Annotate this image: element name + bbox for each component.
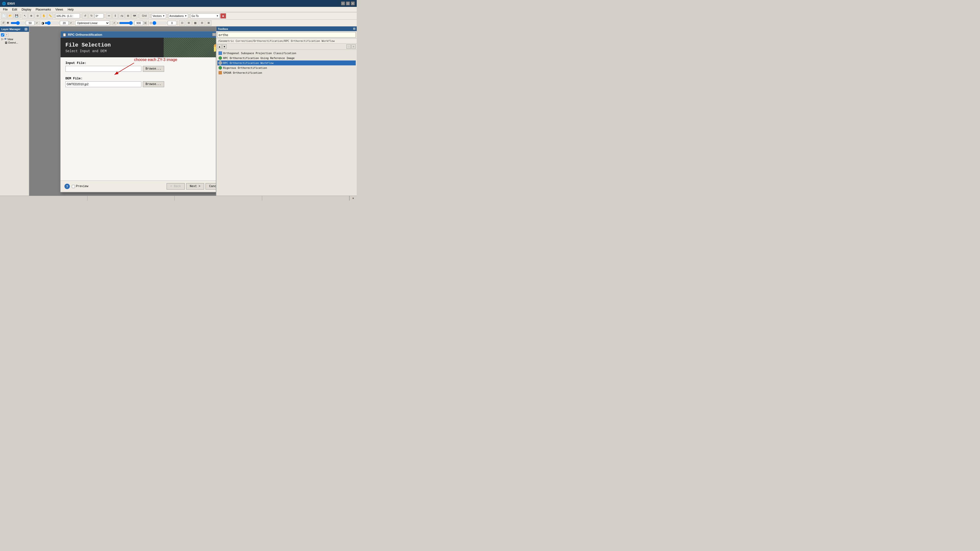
toolbox-panel: Toolbox ⊟ /Geometric Correction/Orthorec… (216, 27, 357, 196)
zoom-out-btn[interactable]: ⊖ (35, 13, 40, 19)
app-title: 🌐 ENVI (2, 2, 15, 5)
preview-checkbox[interactable] (72, 185, 75, 188)
toolbox-item-rpc-ref[interactable]: RPC Orthorectification Using Reference I… (217, 56, 356, 60)
sharpen-reset-btn[interactable]: ↺ (112, 21, 116, 25)
tree-item-overview[interactable]: 🖼 Overvi... (1, 41, 28, 44)
menu-views[interactable]: Views (53, 7, 65, 12)
sharpen-value[interactable] (134, 21, 143, 25)
sep13 (178, 21, 178, 25)
overview-btn[interactable]: 🗺 (131, 13, 137, 19)
sep5 (138, 13, 138, 18)
back-button[interactable]: < Back (167, 183, 185, 189)
minimize-button[interactable]: − (341, 2, 345, 5)
dem-file-field[interactable] (65, 81, 142, 87)
input-file-field[interactable] (65, 66, 142, 72)
brightness-reset-btn[interactable]: ↺ (1, 21, 5, 25)
toolbox-collapse-btn[interactable]: ⊟ (353, 27, 355, 30)
toolbox-item-rpc-workflow[interactable]: RPC Orthorectification Workflow (217, 60, 356, 65)
cursor-btn[interactable]: ↖ (22, 13, 28, 19)
menu-help[interactable]: Help (66, 7, 76, 12)
view2-btn[interactable]: ⊞ (186, 20, 192, 26)
close-button[interactable]: × (351, 2, 355, 5)
view3-btn[interactable]: ▦ (192, 20, 198, 26)
window-controls[interactable]: − □ × (341, 2, 355, 5)
layer-all-checkbox[interactable] (1, 33, 4, 37)
zoom-in-btn[interactable]: ⊕ (28, 13, 34, 19)
view4-btn[interactable]: ⊟ (199, 20, 205, 26)
toolbox-star-filled-btn[interactable]: ★ (351, 44, 356, 49)
rotate-input[interactable] (95, 13, 103, 18)
folder-icon-large[interactable]: 📁 (212, 42, 216, 52)
measure-btn[interactable]: 📏 (47, 13, 53, 19)
toolbox-search-input[interactable] (217, 32, 356, 38)
transparency-value[interactable] (167, 21, 177, 25)
vectors-chevron-icon: ▼ (163, 15, 165, 17)
open-btn[interactable]: 📂 (7, 13, 13, 19)
contrast-value[interactable] (60, 21, 68, 25)
brightness-slider[interactable] (11, 22, 25, 24)
toolbox-item-spear[interactable]: SPEAR Orthorectification (217, 70, 356, 75)
menu-edit[interactable]: Edit (10, 7, 19, 12)
toolbar-2: ↺ ☀ ↺ ◑ ↺ Optimized Linear ↺ ⟡ ⛓ ◻ ⊡ ⊞ ▦… (0, 20, 357, 27)
menu-file[interactable]: File (1, 7, 10, 12)
toolbox-up-btn[interactable]: ▲ (217, 44, 222, 49)
cancel-button[interactable]: Cancel (205, 183, 216, 189)
annotations-dropdown[interactable]: Annotations ▼ (168, 13, 188, 18)
vectors-dropdown[interactable]: Vectors ▼ (151, 13, 166, 18)
sharpen-slider[interactable] (119, 22, 134, 24)
contrast-slider[interactable] (45, 22, 59, 24)
annotations-chevron-icon: ▼ (185, 15, 187, 17)
menu-placemarks[interactable]: Placemarks (33, 7, 53, 12)
contrast-auto-btn[interactable]: ↺ (69, 21, 73, 25)
pan-btn[interactable]: ✋ (41, 13, 47, 19)
dialog-folder-icon[interactable]: 📁 (212, 42, 216, 52)
input-file-browse-btn[interactable]: Browse... (143, 66, 164, 72)
flip-v-btn[interactable]: ⇕ (112, 13, 118, 19)
maximize-button[interactable]: □ (346, 2, 350, 5)
next-button[interactable]: Next > (186, 183, 204, 189)
stop-btn[interactable]: ■ (220, 13, 226, 19)
grid-btn[interactable]: Grid (139, 13, 149, 19)
menu-bar: File Edit Display Placemarks Views Help (0, 7, 357, 12)
brightness-value[interactable] (26, 21, 35, 25)
rotate-right-btn[interactable]: ↻ (88, 13, 94, 19)
sharpen-group: ⟡ ⛓ (117, 21, 147, 25)
save-btn[interactable]: 💾 (14, 13, 20, 19)
help-button[interactable]: ? (64, 184, 70, 189)
sharpen-link-btn[interactable]: ⛓ (143, 21, 147, 25)
stretch-dropdown[interactable]: Optimized Linear (75, 21, 110, 25)
dialog-controls[interactable]: − □ × (212, 33, 216, 36)
brightness-auto-btn[interactable]: ↺ (35, 21, 38, 25)
dialog-title-icon: 📋 (62, 33, 67, 37)
north-up-btn[interactable]: ↑N (119, 13, 124, 19)
dialog-minimize-btn[interactable]: − (212, 33, 216, 36)
status-close-icon: × (352, 197, 354, 200)
dem-file-label: DEM File: (65, 77, 216, 80)
transparency-slider[interactable] (153, 22, 167, 24)
status-close-btn[interactable]: × (349, 196, 357, 200)
georef-btn[interactable]: ⊞ (125, 13, 131, 19)
toolbox-tree: Orthogonal Subspace Projection Classific… (216, 50, 357, 196)
dialog-overlay: 📋 RPC Orthorectification − □ × File Sele (29, 27, 216, 196)
toolbox-search-area (216, 31, 357, 39)
toolbox-item-orthogonal[interactable]: Orthogonal Subspace Projection Classific… (217, 51, 356, 56)
toolbox-item-rigorous[interactable]: Rigorous Orthorectification (217, 65, 356, 70)
zoom-input[interactable] (56, 13, 80, 18)
view5-btn[interactable]: ⊠ (205, 20, 212, 26)
goto-chevron-icon: ▼ (216, 15, 218, 17)
sep4 (105, 13, 105, 18)
rotate-left-btn[interactable]: ↺ (82, 13, 88, 19)
layer-manager-collapse-btn[interactable]: ⊟ (24, 27, 27, 31)
flip-h-btn[interactable]: ⇔ (106, 13, 112, 19)
goto-dropdown[interactable]: Go To ▼ (190, 13, 220, 18)
tree-item-view[interactable]: ▷ 👁 View (1, 37, 28, 41)
dialog-body: File Selection Select Input and DEM 📁 (60, 38, 216, 192)
toolbox-down-btn[interactable]: ▼ (222, 44, 227, 49)
layer-add-btn[interactable]: + (5, 33, 9, 37)
view1-btn[interactable]: ⊡ (179, 20, 185, 26)
menu-display[interactable]: Display (20, 7, 33, 12)
toolbox-star-empty-btn[interactable]: ☆ (347, 44, 351, 49)
new-btn[interactable]: 📄 (1, 13, 7, 19)
layer-manager: Layer Manager ⊟ + ▷ 👁 View 🖼 Overvi... (0, 27, 29, 196)
dem-file-browse-btn[interactable]: Browse... (143, 81, 164, 87)
